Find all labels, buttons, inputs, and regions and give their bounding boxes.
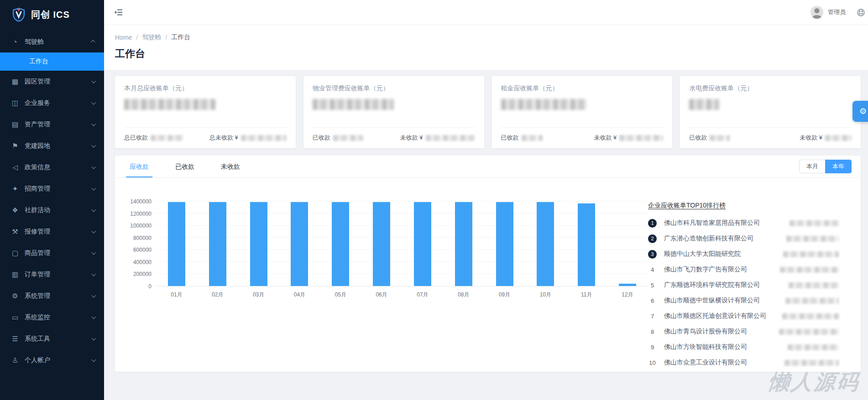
chevron-down-icon [91, 336, 96, 341]
globe-icon[interactable] [857, 8, 865, 17]
sidebar-item-account[interactable]: ♙个人帐户 [0, 349, 104, 371]
sidebar-item-monitor[interactable]: ▭系统监控 [0, 306, 104, 328]
tab-unpaid[interactable]: 未收款 [217, 156, 244, 177]
sidebar-item-party[interactable]: ⚑党建园地 [0, 135, 104, 156]
company-name: 广东潜心造物创新科技有限公司 [664, 234, 753, 243]
period-toggle: 本月本年 [799, 160, 852, 173]
sidebar-item-investment[interactable]: ✦招商管理 [0, 178, 104, 199]
topbar-right: 管理员 [810, 6, 865, 19]
breadcrumb-separator: / [165, 34, 167, 41]
redacted-amount [789, 282, 839, 288]
bar-09月 [496, 202, 513, 286]
panel-head: 应收款已收款未收款 本月本年 [115, 156, 861, 178]
sidebar-item-system[interactable]: ⚙系统管理 [0, 285, 104, 306]
stat-card-month_total: 本月总应收账单（元）总已收款总未收款 ¥ [115, 76, 296, 148]
settings-fab[interactable]: ⚙ [852, 101, 868, 122]
sidebar-item-label: 系统管理 [25, 292, 92, 300]
chevron-down-icon [91, 250, 96, 255]
sidebar-item-label: 系统工具 [25, 335, 92, 343]
company-name: 广东顺德环境科学研究院有限公司 [664, 281, 760, 289]
logo[interactable]: 同创 ICS [0, 0, 104, 29]
redacted-amount [785, 298, 839, 304]
x-tick-label: 06月 [361, 291, 402, 299]
stat-card-title: 水电费应收账单（元） [689, 84, 852, 93]
redacted-amount [784, 360, 839, 366]
footer-left-label: 总已收款 [124, 134, 148, 142]
bar-column [566, 202, 607, 286]
chevron-down-icon [91, 165, 96, 169]
watermark: 懒人源码 [767, 368, 862, 396]
receivable-bar-chart: 0200000400000600000800000100000012000001… [127, 202, 648, 372]
rank-badge: 5 [648, 281, 657, 290]
footer-left-label: 已收款 [501, 134, 519, 142]
main-panel: 应收款已收款未收款 本月本年 0200000400000600000800000… [115, 156, 861, 372]
bar-column [156, 202, 197, 286]
redacted-amount [783, 251, 839, 257]
footer-left-group: 已收款 [313, 134, 363, 142]
y-tick-label: 0 [148, 283, 152, 290]
sidebar-item-policy[interactable]: ◁政策信息 [0, 156, 104, 178]
sidebar-item-tools[interactable]: ☰系统工具 [0, 328, 104, 349]
fold-sidebar-icon[interactable] [114, 9, 123, 16]
top10-row: 3顺德中山大学太阳能研究院 [648, 246, 839, 262]
sidebar-item-label: 企业服务 [25, 99, 92, 107]
tab-received[interactable]: 已收款 [172, 156, 198, 177]
footer-right-label: 未收款 ¥ [594, 134, 617, 142]
sidebar-item-label: 资产管理 [25, 120, 92, 129]
bar-07月 [414, 202, 431, 286]
community-icon: ❖ [11, 206, 19, 214]
bar-08月 [455, 202, 472, 286]
stat-card-title: 租金应收账单（元） [501, 84, 664, 93]
bar-column [484, 202, 525, 286]
footer-right-label: 总未收款 ¥ [209, 134, 238, 142]
sidebar-item-community[interactable]: ❖社群活动 [0, 199, 104, 221]
sidebar-item-label: 报修管理 [25, 228, 92, 236]
admin-name[interactable]: 管理员 [828, 8, 846, 16]
breadcrumb-item[interactable]: Home [115, 34, 132, 41]
y-tick-label: 800000 [133, 235, 152, 241]
footer-left-label: 已收款 [313, 134, 330, 142]
bar-03月 [250, 202, 267, 286]
top10-row: 6佛山市顺德中世纵横设计有限公司 [648, 293, 839, 308]
stat-card-rent: 租金应收账单（元）已收款未收款 ¥ [492, 76, 673, 148]
bar-04月 [291, 202, 308, 286]
avatar[interactable] [810, 6, 823, 19]
bar-column [238, 202, 279, 286]
bar-column [320, 202, 361, 286]
bar-11月 [578, 203, 595, 286]
redacted-value [522, 135, 543, 141]
chevron-down-icon [91, 293, 96, 298]
redacted-value [619, 135, 663, 141]
period-button-year[interactable]: 本年 [825, 160, 852, 173]
bar-06月 [373, 202, 390, 286]
footer-left-group: 总已收款 [124, 134, 183, 142]
bar-12月 [619, 284, 636, 286]
bar-01月 [168, 202, 185, 286]
sidebar-subitem-workbench[interactable]: 工作台 [0, 52, 104, 71]
breadcrumb-item[interactable]: 驾驶舱 [142, 33, 161, 42]
x-tick-label: 03月 [238, 291, 279, 299]
chevron-down-icon [91, 186, 96, 191]
period-button-month[interactable]: 本月 [799, 160, 826, 173]
tab-receivable[interactable]: 应收款 [126, 156, 152, 177]
sidebar-item-goods[interactable]: ▢商品管理 [0, 242, 104, 264]
sidebar-item-park[interactable]: ▦园区管理 [0, 71, 104, 92]
footer-left-group: 已收款 [501, 134, 543, 142]
sidebar-item-order[interactable]: ▥订单管理 [0, 264, 104, 285]
sidebar-item-label: 招商管理 [25, 185, 92, 193]
stat-card-property: 物业管理费应收账单（元）已收款未收款 ¥ [303, 76, 484, 148]
rank-badge: 3 [648, 250, 657, 259]
sidebar-item-asset[interactable]: ▤资产管理 [0, 114, 104, 135]
app-root: 同创 ICS ◔驾驶舱工作台▦园区管理◫企业服务▤资产管理⚑党建园地◁政策信息✦… [0, 0, 868, 400]
footer-left-label: 已收款 [689, 134, 707, 142]
sidebar-item-repair[interactable]: ⚒报修管理 [0, 221, 104, 242]
top10-row: 5广东顺德环境科学研究院有限公司 [648, 277, 839, 293]
enterprise-icon: ◫ [11, 99, 19, 107]
sidebar-item-label: 政策信息 [25, 163, 92, 171]
stat-card-footer: 总已收款总未收款 ¥ [124, 127, 287, 148]
redacted-value [313, 99, 394, 110]
sidebar-item-dashboard[interactable]: ◔驾驶舱 [0, 31, 104, 52]
redacted-value [501, 99, 587, 110]
y-tick-label: 200000 [133, 271, 152, 277]
sidebar-item-enterprise[interactable]: ◫企业服务 [0, 92, 104, 114]
